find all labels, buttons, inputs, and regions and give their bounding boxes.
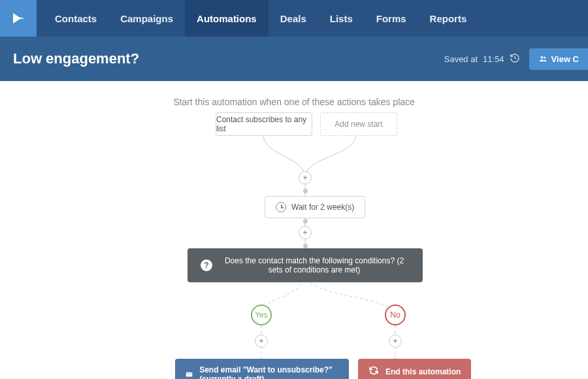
saved-prefix: Saved at — [444, 54, 478, 64]
end-label: End this automation — [385, 367, 461, 376]
contacts-icon — [538, 54, 547, 63]
page-header: Low engagement? Saved at 11:54 View C — [0, 37, 588, 81]
clock-icon — [276, 202, 286, 212]
saved-indicator: Saved at 11:54 — [444, 53, 520, 65]
mail-icon — [186, 371, 193, 378]
add-step-no[interactable]: + — [389, 335, 402, 348]
condition-node[interactable]: ? Does the contact match the following c… — [188, 248, 423, 282]
end-icon — [368, 365, 379, 378]
connector-dot — [303, 219, 308, 223]
history-icon[interactable] — [510, 53, 520, 65]
no-branch[interactable]: No — [385, 305, 406, 325]
nav-campaigns[interactable]: Campaigns — [108, 0, 185, 37]
nav-items: Contacts Campaigns Automations Deals Lis… — [37, 0, 478, 37]
nav-deals[interactable]: Deals — [269, 0, 318, 37]
send-email-node[interactable]: Send email "Want to unsubscribe?" (curre… — [175, 359, 349, 379]
nav-automations[interactable]: Automations — [185, 0, 269, 37]
top-nav: Contacts Campaigns Automations Deals Lis… — [0, 0, 588, 37]
view-label: View C — [551, 54, 579, 64]
brand-logo[interactable] — [0, 0, 37, 37]
wait-label: Wait for 2 week(s) — [291, 203, 354, 212]
nav-reports[interactable]: Reports — [418, 0, 479, 37]
yes-branch[interactable]: Yes — [251, 305, 272, 325]
saved-time: 11:54 — [483, 54, 504, 64]
add-step-yes[interactable]: + — [255, 335, 268, 348]
connector-dot — [303, 189, 308, 193]
automation-title[interactable]: Low engagement? — [13, 50, 139, 67]
svg-point-1 — [543, 57, 545, 59]
nav-lists[interactable]: Lists — [318, 0, 365, 37]
condition-label: Does the contact match the following con… — [219, 256, 410, 274]
add-step-button-1[interactable]: + — [299, 171, 312, 184]
wait-node[interactable]: Wait for 2 week(s) — [265, 196, 365, 218]
question-icon: ? — [201, 259, 212, 271]
connector-dot — [303, 244, 308, 248]
svg-point-0 — [540, 56, 543, 59]
add-step-button-2[interactable]: + — [299, 226, 312, 239]
send-email-label: Send email "Want to unsubscribe?" (curre… — [199, 365, 338, 379]
start-trigger-node[interactable]: Contact subscribes to any list — [216, 112, 312, 136]
end-automation-node[interactable]: End this automation — [358, 359, 471, 379]
nav-forms[interactable]: Forms — [365, 0, 418, 37]
view-contacts-button[interactable]: View C — [529, 48, 588, 70]
nav-contacts[interactable]: Contacts — [43, 0, 108, 37]
canvas-intro-text: Start this automation when one of these … — [0, 97, 588, 107]
automation-canvas[interactable]: Start this automation when one of these … — [0, 81, 588, 379]
add-start-node[interactable]: Add new start — [320, 112, 397, 136]
